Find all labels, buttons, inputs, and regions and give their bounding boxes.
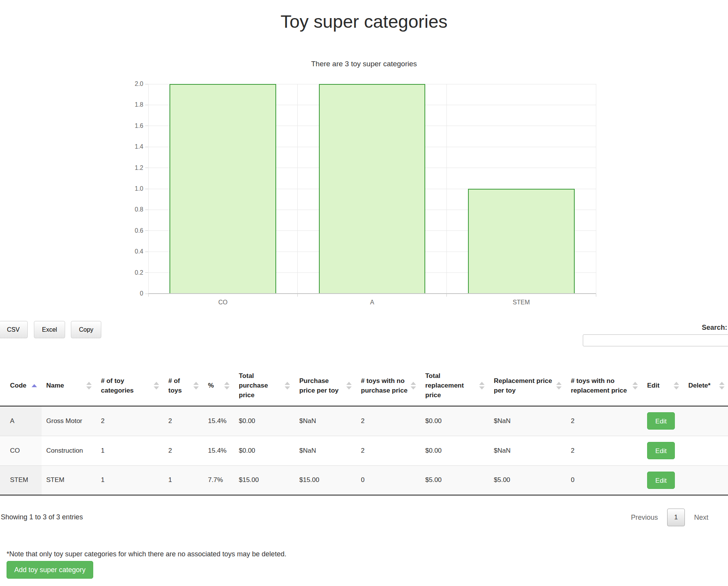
edit-button[interactable]: Edit [647, 472, 675, 489]
y-tick-label: 2.0 [119, 81, 143, 87]
column-label: Name [46, 382, 64, 389]
add-toy-super-category-button[interactable]: Add toy super category [7, 561, 93, 579]
cell-percent: 15.4% [203, 436, 234, 465]
column-header-toys-no-replacement-price[interactable]: # toys with no replacement price [566, 365, 642, 406]
column-label: Code [10, 382, 27, 389]
cell-delete [684, 436, 728, 465]
cell-name: Gross Motor [42, 406, 96, 436]
sort-both-icon [86, 382, 92, 390]
sort-both-icon [556, 382, 562, 390]
sort-both-icon [224, 382, 230, 390]
column-header-num-toys[interactable]: # of toys [164, 365, 203, 406]
table-row-a: A Gross Motor 2 2 15.4% $0.00 $NaN 2 $0.… [0, 406, 728, 436]
column-header-replacement-price-per-toy[interactable]: Replacement price per toy [489, 365, 566, 406]
x-axis-tick [297, 294, 298, 297]
column-label: Edit [647, 382, 659, 389]
x-axis-tick [596, 294, 596, 297]
cell-code: CO [0, 436, 42, 465]
column-header-purchase-price-per-toy[interactable]: Purchase price per toy [295, 365, 356, 406]
search-input[interactable] [583, 334, 728, 346]
pagination-next[interactable]: Next [691, 510, 711, 526]
sort-both-icon [411, 382, 416, 390]
column-header-name[interactable]: Name [42, 365, 96, 406]
cell-toys-no-purchase-price: 2 [356, 406, 421, 436]
chart-bar-A [319, 84, 426, 294]
column-label: Total purchase price [239, 372, 268, 399]
cell-toys-no-replacement-price: 2 [566, 436, 642, 465]
x-gridline [297, 84, 298, 294]
csv-export-button[interactable]: CSV [0, 321, 28, 338]
column-label: # toys with no replacement price [571, 377, 627, 394]
x-axis-tick [446, 294, 447, 297]
cell-num-toys: 1 [164, 465, 203, 495]
column-header-num-toy-categories[interactable]: # of toy categories [96, 365, 164, 406]
pagination: Previous 1 Next [628, 509, 711, 526]
table-row-co: CO Construction 1 2 15.4% $0.00 $NaN 2 $… [0, 436, 728, 465]
x-tick-label-CO: CO [148, 299, 297, 306]
cell-name: STEM [42, 465, 96, 495]
cell-purchase-price-per-toy: $NaN [295, 406, 356, 436]
cell-total-purchase-price: $15.00 [234, 465, 295, 495]
cell-purchase-price-per-toy: $NaN [295, 436, 356, 465]
column-label: % [208, 382, 214, 389]
column-label: Total replacement price [425, 372, 464, 399]
column-header-total-purchase-price[interactable]: Total purchase price [234, 365, 295, 406]
cell-code: A [0, 406, 42, 436]
excel-export-button[interactable]: Excel [34, 321, 65, 338]
edit-button[interactable]: Edit [647, 442, 675, 459]
x-tick-label-STEM: STEM [447, 299, 596, 306]
chart-bar-STEM [468, 189, 575, 294]
cell-replacement-price-per-toy: $NaN [489, 406, 566, 436]
cell-toys-no-purchase-price: 2 [356, 436, 421, 465]
pagination-previous[interactable]: Previous [628, 510, 661, 526]
column-label: Replacement price per toy [494, 377, 552, 394]
cell-percent: 7.7% [203, 465, 234, 495]
column-header-percent[interactable]: % [203, 365, 234, 406]
cell-delete [684, 406, 728, 436]
cell-num-toys: 2 [164, 406, 203, 436]
cell-num-toy-categories: 1 [96, 436, 164, 465]
cell-toys-no-replacement-price: 0 [566, 465, 642, 495]
y-tick-label: 1.8 [119, 101, 143, 108]
sort-both-icon [193, 382, 199, 390]
sort-both-icon [719, 382, 725, 390]
pagination-page-1[interactable]: 1 [667, 509, 685, 526]
sort-both-icon [479, 382, 485, 390]
copy-button[interactable]: Copy [71, 321, 101, 338]
x-axis-tick [148, 294, 149, 297]
edit-button[interactable]: Edit [647, 412, 675, 430]
y-tick-label: 1.4 [119, 143, 143, 150]
column-header-delete[interactable]: Delete* [684, 365, 728, 406]
cell-code: STEM [0, 465, 42, 495]
cell-edit: Edit [642, 465, 684, 495]
sort-both-icon [674, 382, 679, 390]
sort-both-icon [346, 382, 352, 390]
sort-both-icon [632, 382, 638, 390]
cell-percent: 15.4% [203, 406, 234, 436]
column-label: # toys with no purchase price [361, 377, 408, 394]
column-label: Purchase price per toy [299, 377, 339, 394]
cell-toys-no-replacement-price: 2 [566, 406, 642, 436]
cell-num-toy-categories: 1 [96, 465, 164, 495]
cell-name: Construction [42, 436, 96, 465]
table-header-row: Code Name # of toy categories # of toys … [0, 365, 728, 406]
column-header-toys-no-purchase-price[interactable]: # toys with no purchase price [356, 365, 421, 406]
cell-total-replacement-price: $0.00 [421, 436, 489, 465]
cell-total-replacement-price: $0.00 [421, 406, 489, 436]
cell-edit: Edit [642, 406, 684, 436]
cell-num-toy-categories: 2 [96, 406, 164, 436]
sort-asc-icon [32, 384, 37, 387]
column-header-code[interactable]: Code [0, 365, 42, 406]
cell-replacement-price-per-toy: $5.00 [489, 465, 566, 495]
x-gridline [596, 84, 596, 294]
y-tick-label: 1.0 [119, 185, 143, 192]
y-tick-label: 0.4 [119, 248, 143, 255]
sort-both-icon [285, 382, 290, 390]
y-tick-label: 0.8 [119, 206, 143, 213]
column-header-edit[interactable]: Edit [642, 365, 684, 406]
column-header-total-replacement-price[interactable]: Total replacement price [421, 365, 489, 406]
x-axis-line [148, 293, 596, 294]
chart-bar-CO [169, 84, 276, 294]
cell-delete [684, 465, 728, 495]
cell-total-purchase-price: $0.00 [234, 406, 295, 436]
